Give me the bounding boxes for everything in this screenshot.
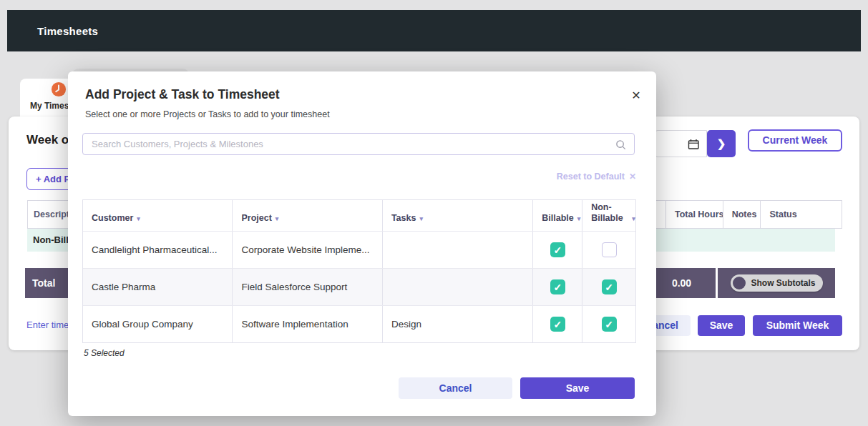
table-row[interactable]: Candlelight Pharmaceutical... Corporate … bbox=[83, 231, 635, 268]
grid-right-headers: Total Hours Notes Status bbox=[648, 200, 842, 229]
billable-checkbox[interactable] bbox=[550, 279, 565, 294]
total-hours-column-header[interactable]: Total Hours bbox=[665, 201, 723, 228]
non-billable-cell bbox=[582, 232, 635, 268]
non-billable-checkbox[interactable] bbox=[602, 279, 617, 294]
table-row[interactable]: Global Group Company Software Implementa… bbox=[83, 305, 635, 342]
non-billable-column-header[interactable]: Non-Billable▾ bbox=[582, 200, 635, 231]
sort-arrow-icon: ▾ bbox=[275, 215, 279, 224]
status-column-header[interactable]: Status bbox=[760, 201, 842, 228]
save-button[interactable]: Save bbox=[698, 315, 745, 336]
billable-checkbox[interactable] bbox=[550, 317, 565, 332]
add-project-task-modal: Add Project & Task to Timesheet ✕ Select… bbox=[68, 71, 656, 416]
sort-arrow-icon: ▾ bbox=[632, 215, 635, 224]
search-input[interactable] bbox=[83, 134, 634, 154]
reset-to-default-link[interactable]: Reset to Default✕ bbox=[557, 172, 636, 182]
reset-label: Reset to Default bbox=[557, 172, 625, 182]
customer-cell: Candlelight Pharmaceutical... bbox=[83, 232, 232, 268]
selected-count: 5 Selected bbox=[84, 348, 125, 358]
enter-time-note: Enter time bbox=[26, 320, 69, 330]
close-icon[interactable]: ✕ bbox=[628, 87, 645, 104]
current-week-button[interactable]: Current Week bbox=[748, 129, 842, 152]
table-header-row: Customer▾ Project▾ Tasks▾ Billable▾ Non-… bbox=[83, 200, 635, 231]
sort-arrow-icon: ▾ bbox=[419, 215, 423, 224]
calendar-icon bbox=[686, 137, 701, 152]
toggle-knob-icon bbox=[733, 277, 746, 289]
non-billable-cell bbox=[582, 269, 635, 305]
total-row-right: Show Subtotals bbox=[718, 268, 835, 298]
show-subtotals-toggle[interactable]: Show Subtotals bbox=[731, 274, 823, 292]
toggle-label: Show Subtotals bbox=[751, 278, 816, 288]
billable-cell bbox=[532, 232, 582, 268]
page-title: Timesheets bbox=[37, 25, 98, 37]
clear-icon: ✕ bbox=[629, 172, 636, 182]
table-row[interactable]: Castle Pharma Field Salesforce Support bbox=[83, 268, 635, 305]
notes-column-header[interactable]: Notes bbox=[723, 201, 761, 228]
tasks-cell: Design bbox=[382, 306, 532, 342]
submit-week-button[interactable]: Submit Week bbox=[753, 315, 842, 336]
chevron-right-icon: ❯ bbox=[717, 137, 726, 149]
project-cell: Software Implementation bbox=[232, 306, 381, 342]
billable-column-header[interactable]: Billable▾ bbox=[532, 200, 582, 231]
topbar: Timesheets bbox=[7, 10, 861, 51]
next-week-button[interactable]: ❯ bbox=[707, 130, 736, 157]
week-heading: Week of bbox=[26, 133, 73, 147]
sort-arrow-icon: ▾ bbox=[137, 215, 140, 224]
billable-checkbox[interactable] bbox=[550, 242, 565, 257]
tasks-cell bbox=[382, 269, 532, 305]
non-billable-checkbox[interactable] bbox=[602, 242, 617, 257]
project-task-table: Customer▾ Project▾ Tasks▾ Billable▾ Non-… bbox=[82, 199, 636, 343]
modal-cancel-button[interactable]: Cancel bbox=[399, 377, 512, 399]
modal-subtitle: Select one or more Projects or Tasks to … bbox=[85, 109, 330, 119]
search-field bbox=[82, 133, 635, 155]
project-cell: Corporate Website Impleme... bbox=[232, 232, 381, 268]
sort-arrow-icon: ▾ bbox=[577, 215, 581, 224]
project-column-header[interactable]: Project▾ bbox=[232, 200, 381, 231]
billable-cell bbox=[532, 306, 582, 342]
timesheets-app: Timesheets My Timesheet Week of + Add P … bbox=[0, 0, 868, 426]
project-cell: Field Salesforce Support bbox=[232, 269, 381, 305]
search-icon bbox=[615, 139, 627, 151]
customer-column-header[interactable]: Customer▾ bbox=[83, 200, 232, 231]
total-hours-value: 0.00 bbox=[648, 268, 716, 298]
date-range-field[interactable] bbox=[655, 130, 707, 157]
modal-title: Add Project & Task to Timesheet bbox=[85, 87, 280, 102]
customer-cell: Castle Pharma bbox=[83, 269, 232, 305]
non-billable-cell bbox=[582, 306, 635, 342]
modal-save-button[interactable]: Save bbox=[520, 377, 635, 399]
tasks-cell bbox=[382, 232, 532, 268]
billable-cell bbox=[532, 269, 582, 305]
non-billable-checkbox[interactable] bbox=[602, 317, 617, 332]
customer-cell: Global Group Company bbox=[83, 306, 232, 342]
tasks-column-header[interactable]: Tasks▾ bbox=[382, 200, 532, 231]
